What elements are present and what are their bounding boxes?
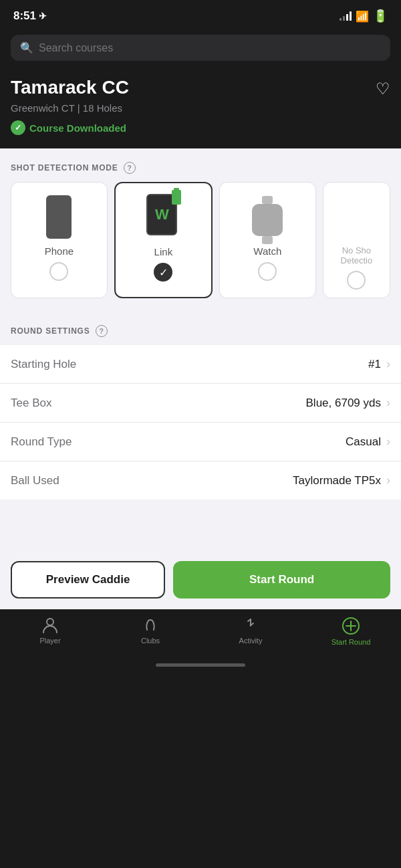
round-settings-help-icon[interactable]: ? bbox=[96, 325, 108, 337]
tab-startround[interactable]: Start Round bbox=[301, 617, 401, 646]
watch-card-icon bbox=[252, 193, 283, 240]
start-round-button[interactable]: Start Round bbox=[173, 561, 390, 599]
course-title: Tamarack CC bbox=[11, 77, 129, 98]
search-icon: 🔍 bbox=[20, 41, 33, 54]
tab-startround-label: Start Round bbox=[331, 638, 371, 646]
tee-box-chevron: › bbox=[386, 396, 390, 410]
svg-point-0 bbox=[47, 619, 53, 625]
detection-cards-container: Phone W Link ✓ bbox=[0, 182, 401, 312]
phone-shape bbox=[46, 195, 72, 239]
detection-card-watch[interactable]: Watch bbox=[219, 182, 316, 298]
tee-box-label: Tee Box bbox=[11, 397, 51, 410]
round-type-value-container: Casual › bbox=[346, 435, 390, 449]
clubs-icon bbox=[142, 617, 159, 634]
round-type-label: Round Type bbox=[11, 435, 72, 449]
tab-activity-label: Activity bbox=[239, 637, 263, 645]
course-subtitle: Greenwich CT | 18 Holes bbox=[11, 102, 390, 114]
content-spacer bbox=[0, 500, 401, 553]
downloaded-badge-icon: ✓ bbox=[11, 120, 25, 135]
tee-box-value: Blue, 6709 yds bbox=[306, 397, 381, 410]
tee-box-value-container: Blue, 6709 yds › bbox=[306, 396, 390, 410]
ball-used-row[interactable]: Ball Used Taylormade TP5x › bbox=[0, 461, 401, 500]
search-input[interactable] bbox=[39, 42, 381, 54]
tab-activity[interactable]: Activity bbox=[200, 617, 301, 646]
search-bar[interactable]: 🔍 bbox=[11, 35, 390, 61]
tab-bar: Player Clubs Activity Start Round bbox=[0, 609, 401, 659]
watch-radio[interactable] bbox=[258, 262, 277, 281]
course-header: Tamarack CC ♡ Greenwich CT | 18 Holes ✓ … bbox=[0, 72, 401, 148]
link-card-label: Link bbox=[154, 246, 173, 257]
activity-icon bbox=[242, 617, 259, 634]
round-type-row[interactable]: Round Type Casual › bbox=[0, 423, 401, 461]
link-radio[interactable]: ✓ bbox=[154, 263, 172, 282]
ball-used-value-container: Taylormade TP5x › bbox=[293, 473, 390, 487]
location-icon: ✈ bbox=[39, 11, 47, 21]
tab-player-label: Player bbox=[39, 637, 60, 645]
settings-list: Starting Hole #1 › Tee Box Blue, 6709 yd… bbox=[0, 345, 401, 500]
phone-card-icon bbox=[46, 193, 72, 240]
starting-hole-label: Starting Hole bbox=[11, 358, 76, 371]
round-settings-label: ROUND SETTINGS bbox=[11, 326, 90, 336]
tab-clubs-label: Clubs bbox=[141, 637, 160, 645]
tab-clubs[interactable]: Clubs bbox=[100, 617, 200, 646]
starting-hole-row[interactable]: Starting Hole #1 › bbox=[0, 345, 401, 384]
starting-hole-value: #1 bbox=[368, 358, 381, 371]
signal-icon bbox=[340, 11, 352, 21]
link-device-shape: W bbox=[146, 194, 180, 241]
phone-radio[interactable] bbox=[49, 262, 68, 281]
round-type-value: Casual bbox=[346, 435, 381, 449]
svg-point-1 bbox=[250, 625, 252, 627]
shot-detection-section-header: SHOT DETECTION MODE ? bbox=[0, 148, 401, 182]
ball-used-label: Ball Used bbox=[11, 474, 59, 487]
shot-detection-label: SHOT DETECTION MODE bbox=[11, 163, 118, 173]
status-time: 8:51 ✈ bbox=[13, 9, 47, 23]
round-type-chevron: › bbox=[386, 435, 390, 449]
status-bar: 8:51 ✈ 📶 🔋 bbox=[0, 0, 401, 29]
tee-box-row[interactable]: Tee Box Blue, 6709 yds › bbox=[0, 384, 401, 423]
detection-card-phone[interactable]: Phone bbox=[11, 182, 108, 298]
starting-hole-value-container: #1 › bbox=[368, 357, 390, 371]
link-card-icon: W bbox=[146, 194, 180, 241]
preview-caddie-button[interactable]: Preview Caddie bbox=[11, 561, 165, 599]
noshot-radio[interactable] bbox=[347, 271, 366, 290]
watch-card-label: Watch bbox=[253, 245, 281, 257]
player-icon bbox=[41, 617, 59, 634]
starting-hole-chevron: › bbox=[386, 357, 390, 371]
shot-detection-help-icon[interactable]: ? bbox=[124, 162, 136, 174]
battery-icon: 🔋 bbox=[373, 9, 388, 23]
status-icons: 📶 🔋 bbox=[340, 9, 388, 23]
content-area: SHOT DETECTION MODE ? Phone W Link ✓ bbox=[0, 148, 401, 609]
start-round-tab-icon bbox=[342, 617, 360, 635]
phone-card-label: Phone bbox=[45, 245, 74, 257]
downloaded-label: Course Downloaded bbox=[29, 122, 126, 134]
time-display: 8:51 bbox=[13, 9, 36, 23]
bottom-buttons: Preview Caddie Start Round bbox=[0, 553, 401, 609]
tab-player[interactable]: Player bbox=[0, 617, 100, 646]
course-downloaded: ✓ Course Downloaded bbox=[11, 120, 390, 135]
ball-used-value: Taylormade TP5x bbox=[293, 474, 381, 487]
detection-card-link[interactable]: W Link ✓ bbox=[114, 182, 213, 298]
home-indicator bbox=[0, 659, 401, 672]
detection-card-noshot[interactable]: No ShoDetectio bbox=[323, 182, 390, 298]
wifi-icon: 📶 bbox=[356, 10, 369, 23]
favorite-icon[interactable]: ♡ bbox=[376, 80, 390, 98]
round-settings-section-header: ROUND SETTINGS ? bbox=[0, 312, 401, 345]
home-indicator-bar bbox=[156, 663, 245, 667]
link-battery-icon bbox=[172, 190, 181, 205]
ball-used-chevron: › bbox=[386, 473, 390, 487]
noshot-card-label: No ShoDetectio bbox=[341, 245, 373, 265]
